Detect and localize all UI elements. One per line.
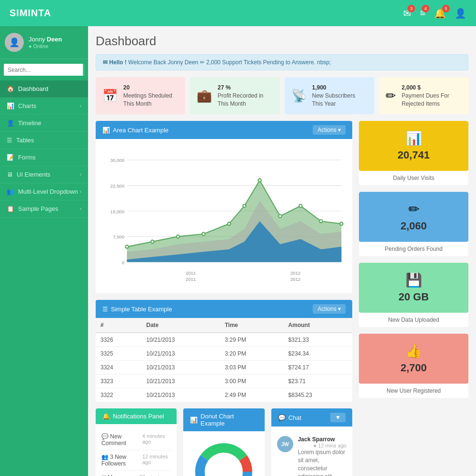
stat-number: 2,060 — [366, 220, 462, 232]
stat-card-subscribers: 📡 1,900 New Subscribers This Year — [285, 77, 374, 114]
svg-point-19 — [177, 235, 179, 238]
chat-message: Lorem ipsum dolor sit amet, consectetur … — [298, 444, 347, 476]
stat-number: 20,741 — [366, 149, 462, 161]
stat-number: 2,700 — [366, 362, 462, 374]
table-header: ☰ Simple Table Example Actions ▾ — [96, 300, 352, 318]
svg-point-21 — [228, 222, 230, 225]
chat-avatar: JW — [277, 436, 293, 452]
notifications-header: 🔔 Notifications Panel — [96, 408, 177, 424]
chat-header: 💬 Chat ▼ — [271, 408, 352, 426]
sidebar-item-dashboard[interactable]: 🏠 Dashboard — [0, 80, 88, 98]
side-stat-visits: 📊 20,741 Daily User Visits — [359, 121, 468, 185]
table-panel: ☰ Simple Table Example Actions ▾ # Date — [96, 300, 352, 402]
col-id: # — [96, 318, 141, 333]
top-navigation: SIMINTA ✉ 3 ≡ 4 🔔 5 👤 — [0, 0, 476, 26]
sidebar-item-label: Timeline — [18, 119, 41, 127]
cell-id: 3325 — [96, 347, 141, 361]
sidebar: 👤 Jonny Deen Online 🔍 🏠 Dashboard — [0, 26, 88, 476]
svg-point-25 — [299, 205, 302, 208]
save-icon: 💾 — [366, 272, 462, 288]
table-row: 3325 10/21/2013 3:20 PM $234.34 — [96, 347, 352, 361]
ui-icon: 🖥 — [7, 171, 13, 178]
sidebar-item-tables[interactable]: ☰ Tables — [0, 132, 88, 149]
mail-badge: 3 — [407, 5, 415, 12]
avatar: 👤 — [5, 33, 24, 52]
profit-icon: 💼 — [197, 89, 212, 103]
page-title: Dashboard — [96, 34, 468, 49]
cell-date: 10/21/2013 — [141, 375, 220, 388]
chat-panel: 💬 Chat ▼ JW Jack Sparrow — [271, 408, 352, 476]
sidebar-item-label: Tables — [16, 137, 34, 144]
svg-text:2012: 2012 — [290, 277, 300, 282]
svg-text:30,000: 30,000 — [110, 158, 125, 163]
table-title: Simple Table Example — [111, 306, 172, 313]
cell-id: 3324 — [96, 361, 141, 375]
main-content: Dashboard ✉ Hello ! Welcome Back Jonny D… — [88, 26, 476, 476]
bottom-row: 🔔 Notifications Panel 💬 New Comment4 min… — [96, 408, 352, 476]
notifications-panel: 🔔 Notifications Panel 💬 New Comment4 min… — [96, 408, 177, 476]
stat-value: 1,900 — [312, 84, 327, 91]
notif-item: ✉ Message Sent27 minutes ago — [101, 471, 171, 476]
user-icon-btn[interactable]: 👤 — [455, 8, 466, 19]
table-row: 3326 10/21/2013 3:29 PM $321.33 — [96, 333, 352, 347]
sidebar-item-forms[interactable]: 📝 Forms — [0, 149, 88, 166]
list-icon-btn[interactable]: ≡ 4 — [420, 8, 426, 19]
cell-id: 3323 — [96, 375, 141, 388]
notif-time: 12 minutes ago — [142, 454, 171, 467]
alert-bar: ✉ Hello ! Welcome Back Jonny Deen ✏ 2,00… — [96, 54, 468, 70]
notif-text: 👥 3 New Followers — [101, 454, 142, 467]
chart-column: 📊 Area Chart Example Actions ▾ — [96, 121, 352, 476]
cell-date: 10/21/2013 — [141, 333, 220, 347]
simple-table: # Date Time Amount 3326 10/21/2013 3:29 … — [96, 318, 352, 402]
forms-icon: 📝 — [7, 154, 14, 161]
mail-icon-btn[interactable]: ✉ 3 — [403, 8, 411, 19]
stat-card-profit: 💼 27 % Profit Recorded in This Month — [190, 77, 279, 114]
stat-value: 20 — [123, 84, 129, 91]
sidebar-item-sample-pages[interactable]: 📋 Sample Pages ‹ — [0, 200, 88, 218]
bell-icon-btn[interactable]: 🔔 5 — [434, 8, 446, 19]
side-stat-orders: ✏ 2,060 Pending Orders Found — [359, 192, 468, 256]
search-button[interactable]: 🔍 — [83, 64, 84, 76]
sidebar-item-timeline[interactable]: 👤 Timeline — [0, 115, 88, 132]
chart-svg: 30,000 22,500 15,000 7,500 0 2011 2012 2… — [101, 145, 347, 288]
cell-amount: $8345.23 — [284, 388, 352, 402]
bell-badge: 5 — [442, 5, 450, 12]
chevron-icon: ‹ — [80, 103, 81, 109]
svg-text:15,000: 15,000 — [110, 209, 125, 214]
sidebar-item-label: UI Elements — [17, 171, 50, 178]
svg-point-20 — [202, 233, 205, 236]
sidebar-user: 👤 Jonny Deen Online — [0, 26, 88, 59]
calendar-icon: 📅 — [102, 89, 118, 103]
chat-collapse-button[interactable]: ▼ — [330, 413, 346, 422]
notif-time: 27 minutes ago — [139, 474, 171, 476]
table-row: 3323 10/21/2013 3:00 PM $23.71 — [96, 375, 352, 388]
stat-label: Daily User Visits — [359, 171, 468, 185]
notif-time: 4 minutes ago — [142, 433, 171, 446]
chat-username: Jack Sparrow — [298, 436, 335, 443]
table-header-row: # Date Time Amount — [96, 318, 352, 333]
stat-label: Profit Recorded in This Month — [218, 92, 273, 108]
stat-label: New Subscribers This Year — [312, 92, 367, 108]
sidebar-item-multi-level[interactable]: 👥 Multi-Level Dropdown ‹ — [0, 183, 88, 200]
svg-point-22 — [243, 205, 246, 208]
sidebar-item-label: Forms — [18, 154, 36, 161]
svg-text:2012: 2012 — [290, 271, 300, 276]
side-stat-data: 💾 20 GB New Data Uploaded — [359, 263, 468, 327]
sidebar-item-charts[interactable]: 📊 Charts ‹ — [0, 98, 88, 115]
donut-body — [183, 431, 264, 476]
sidebar-item-label: Multi-Level Dropdown — [18, 188, 78, 195]
notif-title: Notifications Panel — [113, 413, 164, 420]
col-date: Date — [141, 318, 220, 333]
chat-title: Chat — [288, 414, 301, 421]
search-input[interactable] — [4, 64, 83, 76]
nav-icons: ✉ 3 ≡ 4 🔔 5 👤 — [403, 8, 466, 19]
dashboard-icon: 🏠 — [7, 85, 14, 92]
stat-value: 27 % — [218, 84, 230, 91]
pages-icon: 📋 — [7, 205, 14, 212]
cell-time: 3:03 PM — [220, 361, 283, 375]
sidebar-nav: 🏠 Dashboard 📊 Charts ‹ 👤 Timeline — [0, 80, 88, 218]
table-actions-button[interactable]: Actions ▾ — [313, 304, 346, 314]
col-time: Time — [220, 318, 283, 333]
sidebar-item-ui-elements[interactable]: 🖥 UI Elements ‹ — [0, 166, 88, 183]
chart-actions-button[interactable]: Actions ▾ — [313, 125, 346, 135]
